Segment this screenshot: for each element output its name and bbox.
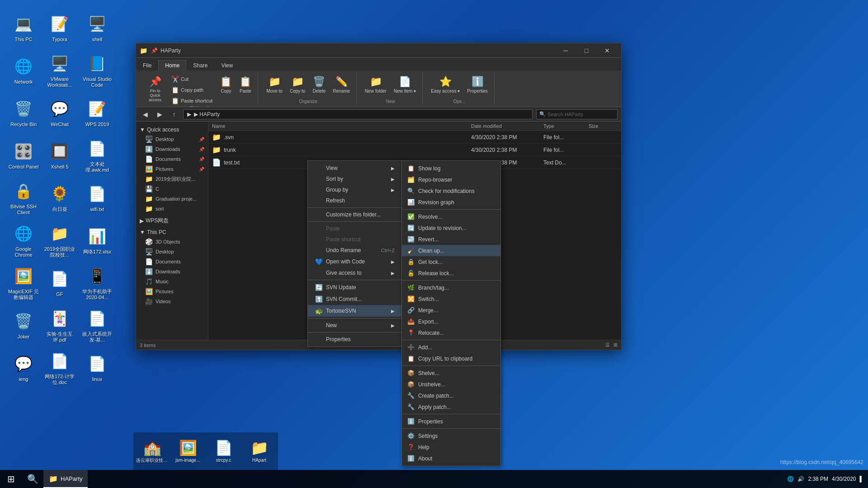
sidebar-item-c[interactable]: 💾 C [136,184,208,194]
desktop-icon-network172-study[interactable]: 📄 linux [79,347,115,388]
svn-relocate[interactable]: 📍 Relocate... [402,327,500,338]
sidebar-quick-access-header[interactable]: ▼ Quick access [136,125,208,134]
delete-button[interactable]: 🗑️ Delete [310,74,328,95]
desktop-icon-shell[interactable]: 🖥️ shell [79,8,115,48]
svn-merge[interactable]: 🔗 Merge... [402,305,500,316]
file-row-svn[interactable]: 📁 .svn 4/30/2020 2:38 PM File fol... [208,131,621,144]
address-path[interactable]: ▶ ▶ HAParty [183,109,533,119]
taskbar-lianyungang[interactable]: 🏫 连云港职业技术学校... [135,434,169,468]
cm-give-access[interactable]: Give access to ▶ [308,267,402,278]
sidebar-item-downloads2[interactable]: ⬇️ Downloads [136,267,208,277]
desktop-icon-recycle-bin[interactable]: 🗑️ Recycle Bin [5,93,42,133]
svn-resolve[interactable]: ✅ Resolve... [402,211,500,222]
svn-about[interactable]: ℹ️ About [402,453,500,464]
desktop-icon-bitvise[interactable]: 🔒 Bitvise SSH Client [5,178,42,218]
desktop-icon-wps2019[interactable]: 📝 WPS 2019 [79,93,115,133]
svn-export[interactable]: 📤 Export... [402,316,500,327]
sidebar-item-sort[interactable]: 📁 sort [136,204,208,214]
desktop-icon-vscode[interactable]: 📘 Visual Studio Code [79,50,115,91]
cm-properties[interactable]: Properties [308,334,402,345]
forward-button[interactable]: ▶ [154,109,165,120]
svn-revert[interactable]: ↩️ Revert... [402,234,500,245]
sidebar-item-pictures2[interactable]: 🖼️ Pictures [136,286,208,296]
copy-path-button[interactable]: 📋 Copy path [169,85,215,95]
svn-repo-browser[interactable]: 🗂️ Repo-browser [402,174,500,185]
svn-clean-up[interactable]: 🧹 Clean up... [402,245,500,256]
new-folder-button[interactable]: 📁 New folder [362,74,389,95]
minimize-button[interactable]: ─ [555,43,576,58]
up-button[interactable]: ↑ [169,109,179,120]
cm-open-with-code[interactable]: 💙 Open with Code ▶ [308,256,402,267]
desktop-icon-text-proc[interactable]: 📄 文本处理.awk.md [79,135,115,176]
cm-view[interactable]: View ▶ [308,163,402,174]
easy-access-button[interactable]: ⭐ Easy access ▾ [428,74,462,95]
cm-new[interactable]: New ▶ [308,320,402,331]
desktop-icon-network[interactable]: 🌐 Network [5,50,42,91]
svn-show-log[interactable]: 📋 Show log [402,163,500,174]
col-size[interactable]: Size [585,123,621,129]
svn-revision-graph[interactable]: 📊 Revision graph [402,197,500,208]
col-type[interactable]: Type [540,123,585,129]
cm-customize[interactable]: Customize this folder... [308,209,402,220]
taskbar-hapart[interactable]: 📁 HApart [242,434,276,468]
desktop-icon-vmware[interactable]: 🖥️ VMware Workstati... [42,50,78,91]
svn-properties[interactable]: ℹ️ Properties [402,416,500,427]
maximize-button[interactable]: □ [576,43,597,58]
svn-update-to-revision[interactable]: 🔄 Update to revision... [402,222,500,234]
cm-undo-rename[interactable]: Undo Rename Ctrl+Z [308,245,402,256]
desktop-icon-google-chrome[interactable]: 🌐 Google Chrome [5,220,42,261]
back-button[interactable]: ◀ [140,109,151,120]
sidebar-item-desktop2[interactable]: 🖥️ Desktop [136,247,208,257]
cm-group-by[interactable]: Group by ▶ [308,184,402,195]
desktop-icon-lab-student[interactable]: 📄 嵌入式系统开发-基... [79,305,115,346]
rename-button[interactable]: ✏️ Rename [330,74,353,95]
sidebar-item-documents2[interactable]: 📄 Documents [136,257,208,267]
desktop-icon-total-uninstall[interactable]: 🗑️ Joker [5,305,42,346]
sidebar-item-music[interactable]: 🎵 Music [136,277,208,286]
svn-switch[interactable]: 🔀 Switch... [402,293,500,305]
show-desktop-btn[interactable]: ▌ [859,476,863,482]
svn-settings[interactable]: ⚙️ Settings [402,430,500,441]
taskbar-strcpy[interactable]: 📄 strcpy.c [207,434,241,468]
svn-get-lock[interactable]: 🔒 Get lock... [402,256,500,267]
svn-add[interactable]: ➕ Add... [402,342,500,353]
paste-button[interactable]: 📋 Paste [236,74,254,95]
copy-button[interactable]: 📋 Copy [217,74,235,95]
desktop-icon-wifi[interactable]: 📄 wifi.txt [79,178,115,218]
sidebar-item-2019college[interactable]: 📁 2019全国职业院... [136,174,208,184]
sidebar-item-desktop[interactable]: 🖥️ Desktop 📌 [136,134,208,144]
paste-shortcut-button[interactable]: 📋 Paste shortcut [169,96,215,106]
desktop-icon-this-pc[interactable]: 💻 This PC [5,8,42,48]
file-row-trunk[interactable]: 📁 trunk 4/30/2020 2:38 PM File fol... [208,144,621,156]
desktop-icon-huawei[interactable]: 📱 华为手机助手2020-04... [79,263,115,303]
sidebar-item-downloads[interactable]: ⬇️ Downloads 📌 [136,144,208,154]
volume-icon[interactable]: 🔊 [797,476,804,482]
sidebar-this-pc-header[interactable]: ▼ This PC [136,228,208,237]
new-item-button[interactable]: 📄 New item ▾ [391,74,419,95]
desktop-icon-2019-college[interactable]: 📁 2019全国职业院校技... [42,220,78,261]
desktop-icon-tim[interactable]: 💬 ieng [5,347,42,388]
desktop-icon-gf[interactable]: 📄 GF [42,263,78,303]
network-tray-icon[interactable]: 🌐 [787,476,794,482]
pin-quick-access-button[interactable]: 📌 Pin to Quick access [143,74,167,104]
svn-copy-url[interactable]: 📋 Copy URL to clipboard [402,353,500,364]
svn-shelve[interactable]: 📦 Shelve... [402,367,500,379]
desktop-icon-ieng[interactable]: 📄 网络172-计学位.doc [42,347,78,388]
desktop-icon-typora[interactable]: 📝 Typora [42,8,78,48]
taskbar-file-explorer[interactable]: 📁 HAParty [43,470,88,488]
tab-share[interactable]: Share [186,60,214,70]
details-view-icon[interactable]: ⊞ [613,342,618,348]
sidebar-wps-header[interactable]: ▶ WPS网盘 [136,216,208,226]
sidebar-item-pictures[interactable]: 🖼️ Pictures 📌 [136,164,208,174]
svn-help[interactable]: ❓ Help [402,441,500,453]
svn-create-patch[interactable]: 🔧 Create patch... [402,390,500,401]
taskbar-jsm[interactable]: 🖼️ jsm-image... [171,434,205,468]
desktop-icon-magicexif[interactable]: 🖼️ MagicEXIF 元教编辑器 [5,263,42,303]
svn-unshelve[interactable]: 📦 Unshelve... [402,379,500,390]
svn-check-modifications[interactable]: 🔍 Check for modifications [402,185,500,197]
search-box[interactable]: 🔍 Search HAParty [536,109,618,119]
properties-ribbon-button[interactable]: ℹ️ Properties [464,74,491,95]
cortana-button[interactable]: 🔍 [22,470,43,488]
sidebar-item-graduation[interactable]: 📁 Graduation proje... [136,194,208,204]
start-button[interactable]: ⊞ [0,470,22,488]
